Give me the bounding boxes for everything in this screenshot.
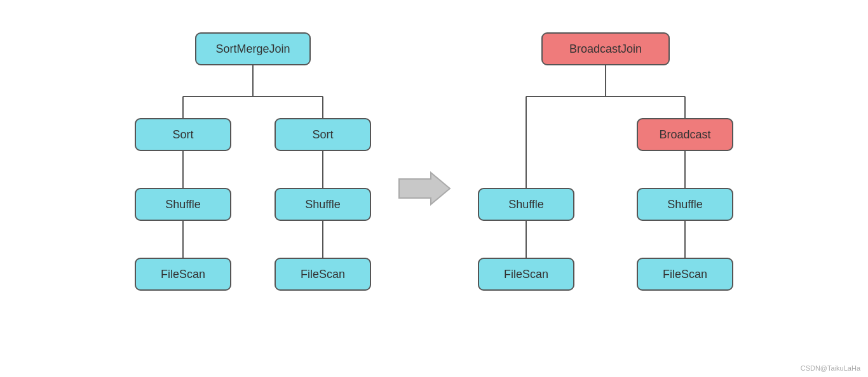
right-diagram: BroadcastJoin Shuffle FileScan Broadcast… (469, 20, 742, 357)
left-root-label: SortMergeJoin (215, 43, 290, 55)
left-filescan-label: FileScan (161, 268, 205, 281)
left-diagram: SortMergeJoin Sort Shuffle FileScan Sort… (126, 20, 380, 357)
right-root-label: BroadcastJoin (569, 43, 642, 55)
left2-filescan-label: FileScan (504, 268, 548, 281)
svg-marker-15 (399, 173, 450, 204)
arrow-diagram (393, 169, 456, 208)
right-sort-label: Sort (312, 128, 333, 141)
right2-filescan-label: FileScan (663, 268, 707, 281)
broadcast-label: Broadcast (659, 128, 710, 141)
left-sort-label: Sort (172, 128, 193, 141)
watermark: CSDN@TaikuLaHa (801, 364, 860, 372)
left2-shuffle-label: Shuffle (508, 198, 544, 211)
left-shuffle-label: Shuffle (165, 198, 201, 211)
right-shuffle-label: Shuffle (305, 198, 341, 211)
right2-shuffle-label: Shuffle (667, 198, 703, 211)
right-filescan-label: FileScan (301, 268, 345, 281)
